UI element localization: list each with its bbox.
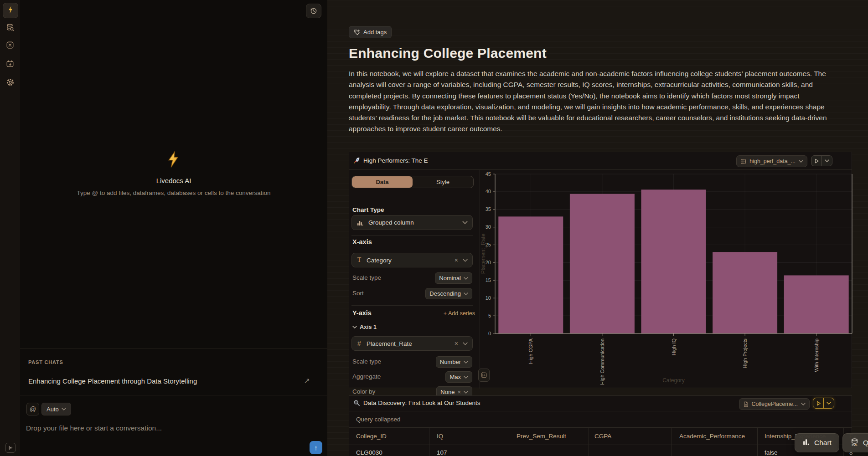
table-cell-title: Data Discovery: First Look at Our Studen…	[353, 400, 480, 406]
chat-empty-state: Livedocs AI Type @ to add files, datafra…	[20, 150, 327, 197]
column-divider	[429, 428, 429, 456]
add-tags-label: Add tags	[363, 29, 387, 36]
svg-text:45: 45	[486, 171, 491, 177]
chart-type-select[interactable]: Grouped column	[351, 215, 473, 230]
table-cell-value[interactable]: 107	[437, 445, 447, 456]
bar[interactable]	[570, 194, 635, 333]
chat-history-icon[interactable]	[306, 4, 321, 18]
table-dataset-dropdown[interactable]: CollegePlaceme...	[739, 398, 810, 410]
x-scale-type-label: Scale type	[352, 274, 381, 281]
run-query-button[interactable]	[813, 398, 823, 408]
tab-data[interactable]: Data	[352, 176, 413, 188]
add-tags-button[interactable]: Add tags	[349, 26, 392, 38]
svg-text:Category: Category	[662, 377, 685, 384]
bar[interactable]	[713, 252, 777, 333]
svg-text:High Communication: High Communication	[599, 338, 605, 385]
tab-style[interactable]: Style	[413, 176, 473, 188]
clear-field-icon[interactable]: ×	[455, 256, 458, 264]
svg-text:35: 35	[486, 206, 491, 212]
svg-text:10: 10	[486, 295, 491, 301]
livedocs-app: Livedocs AI Type @ to add files, datafra…	[0, 0, 868, 456]
chart-run-controls	[811, 155, 832, 166]
sidebar-item-lightning[interactable]	[3, 3, 18, 18]
past-chat-title: Enhancing College Placement through Data…	[28, 377, 197, 385]
chat-hint: Type @ to add files, dataframes, databas…	[20, 189, 327, 197]
send-button[interactable]: ↑	[310, 441, 322, 454]
chevron-down-icon	[827, 402, 831, 405]
query-run-controls	[813, 398, 834, 409]
sidebar-item-settings[interactable]	[3, 76, 17, 90]
collapse-sidebar-icon[interactable]	[5, 443, 16, 453]
toolbar-button-label: Query	[863, 439, 868, 447]
table-cell-value[interactable]: false	[765, 445, 778, 456]
bar-chart: 051015202530354045High CGPAHigh Communic…	[480, 170, 852, 389]
grouped-column-icon	[356, 219, 364, 226]
sidebar	[0, 0, 21, 456]
clear-field-icon[interactable]: ×	[455, 340, 458, 347]
open-chat-icon[interactable]: ↗	[304, 376, 310, 385]
table-cell-value[interactable]: CLG0030	[356, 445, 382, 456]
aggregate-dropdown[interactable]: Max	[445, 371, 472, 383]
database-search-icon	[6, 23, 15, 34]
svg-text:40: 40	[486, 189, 491, 194]
table-icon	[740, 159, 746, 164]
sort-dropdown[interactable]: Descending	[425, 288, 472, 299]
bar[interactable]	[641, 190, 706, 333]
brand-title: Livedocs AI	[20, 177, 327, 184]
toolbar-button-label: Chart	[814, 439, 832, 447]
column-header[interactable]: CGPA	[594, 428, 611, 445]
model-mode-dropdown[interactable]: Auto	[41, 403, 71, 415]
chart-cell: High Performers: The E high_perf_data_..…	[349, 152, 852, 388]
toolbar-query-button[interactable]: SQLQuery	[842, 433, 868, 452]
column-header[interactable]: College_ID	[356, 428, 387, 445]
text-type-icon: T	[356, 256, 362, 264]
bar[interactable]	[498, 216, 563, 333]
lightning-icon	[6, 5, 15, 16]
column-divider	[589, 428, 589, 456]
rocket-icon	[353, 157, 360, 164]
notebook-description: In this notebook, we will explore a data…	[349, 68, 834, 135]
results-table: College_IDIQPrev_Sem_ResultCGPAAcademic_…	[349, 428, 852, 456]
past-chat-item[interactable]: Enhancing College Placement through Data…	[28, 377, 320, 385]
svg-text:30: 30	[486, 224, 491, 230]
past-chats-section: PAST CHATS Enhancing College Placement t…	[20, 348, 327, 395]
insert-cell-toolbar: ChartSQLQueryPYPythonTextTable•••	[795, 433, 868, 452]
y-scale-type-dropdown[interactable]: Number	[436, 356, 472, 368]
add-series-button[interactable]: + Add series	[444, 310, 475, 317]
schedule-icon	[6, 60, 14, 70]
run-query-options-button[interactable]	[823, 398, 834, 408]
xaxis-field-select[interactable]: T Category ×	[351, 253, 473, 267]
mention-button[interactable]: @	[26, 403, 39, 415]
query-status-label: Query collapsed	[356, 416, 401, 423]
sort-label: Sort	[352, 290, 364, 297]
column-header[interactable]: Academic_Performance	[679, 428, 745, 445]
query-collapsed-bar[interactable]: Query collapsed	[349, 411, 852, 428]
sidebar-item-database-search[interactable]	[3, 21, 17, 36]
sidebar-item-schedule[interactable]	[3, 57, 17, 72]
play-icon	[814, 159, 819, 164]
yaxis-field-select[interactable]: # Placement_Rate ×	[351, 336, 473, 351]
chevron-down-icon	[825, 159, 829, 162]
clear-color-icon[interactable]: ×	[457, 389, 461, 395]
composer-input[interactable]: Drop your file here or start a conversat…	[26, 424, 162, 432]
column-header[interactable]: Prev_Sem_Result	[517, 428, 566, 445]
model-mode-label: Auto	[46, 406, 59, 413]
collapse-config-panel-icon[interactable]	[478, 369, 490, 382]
page-title: Enhancing College Placement	[349, 46, 547, 61]
column-header[interactable]: IQ	[437, 428, 443, 445]
chevron-down-icon	[352, 326, 357, 328]
axis1-toggle[interactable]: Axis 1	[352, 324, 377, 330]
divider	[351, 305, 473, 306]
run-cell-button[interactable]	[811, 156, 822, 166]
divider	[351, 235, 473, 236]
run-options-button[interactable]	[822, 156, 832, 166]
chat-composer[interactable]: @ Auto Drop your file here or start a co…	[20, 395, 327, 456]
sidebar-item-variable[interactable]	[3, 39, 17, 53]
svg-text:Placement_Rate: Placement_Rate	[480, 233, 486, 274]
query-table-cell: Data Discovery: First Look at Our Studen…	[349, 395, 852, 456]
bar[interactable]	[784, 275, 849, 333]
chart-dataset-dropdown[interactable]: high_perf_data_...	[736, 155, 807, 167]
x-scale-type-dropdown[interactable]: Nominal	[435, 272, 472, 284]
document-icon	[743, 401, 749, 407]
toolbar-chart-button[interactable]: Chart	[795, 433, 839, 452]
